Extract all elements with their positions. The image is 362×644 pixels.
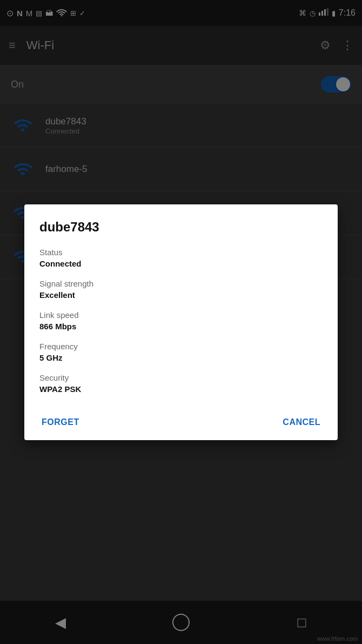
link-speed-label: Link speed (39, 310, 323, 320)
status-field: Status Connected (39, 248, 323, 268)
security-field: Security WPA2 PSK (39, 373, 323, 394)
dialog-actions: FORGET CANCEL (39, 404, 323, 436)
dialog-overlay: dube7843 Status Connected Signal strengt… (0, 0, 362, 644)
signal-strength-field: Signal strength Excellent (39, 279, 323, 300)
signal-strength-label: Signal strength (39, 279, 323, 288)
forget-button[interactable]: FORGET (39, 413, 82, 431)
frequency-field: Frequency 5 GHz (39, 342, 323, 362)
dialog-title: dube7843 (39, 220, 323, 235)
signal-strength-value: Excellent (39, 290, 323, 300)
security-value: WPA2 PSK (39, 384, 323, 394)
security-label: Security (39, 373, 323, 382)
link-speed-field: Link speed 866 Mbps (39, 310, 323, 331)
frequency-value: 5 GHz (39, 353, 323, 362)
frequency-label: Frequency (39, 342, 323, 351)
cancel-button[interactable]: CANCEL (280, 413, 323, 431)
link-speed-value: 866 Mbps (39, 322, 323, 331)
status-value: Connected (39, 259, 323, 268)
status-label: Status (39, 248, 323, 257)
wifi-detail-dialog: dube7843 Status Connected Signal strengt… (24, 204, 338, 440)
